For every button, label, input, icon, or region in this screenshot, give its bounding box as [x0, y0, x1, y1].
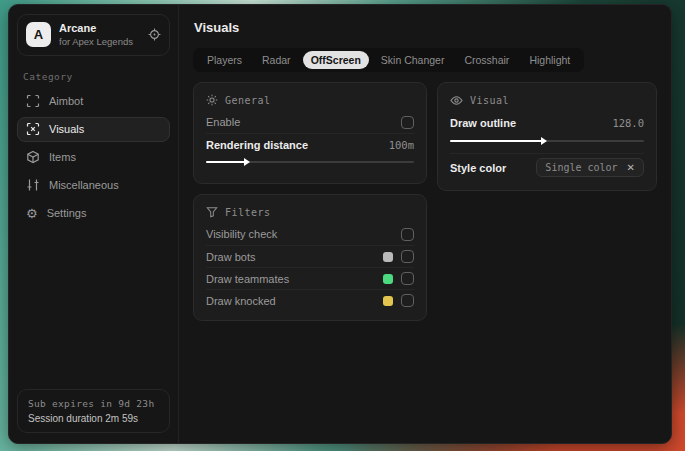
panel-title: Filters [225, 207, 271, 218]
draw-knocked-color-swatch[interactable] [383, 296, 393, 306]
session-duration-text: Session duration 2m 59s [28, 413, 159, 424]
panel-title: General [225, 95, 271, 106]
brand-logo: A [26, 22, 51, 47]
sidebar-item-label: Settings [47, 207, 87, 219]
tab-bar: Players Radar OffScreen Skin Changer Cro… [193, 48, 584, 72]
draw-bots-row: Draw bots [206, 245, 414, 267]
enable-row: Enable [206, 111, 414, 133]
tab-players[interactable]: Players [199, 51, 250, 69]
session-info-card: Sub expires in 9d 23h Session duration 2… [17, 389, 170, 433]
rendering-distance-label: Rendering distance [206, 139, 308, 151]
enable-label: Enable [206, 116, 240, 128]
clear-selection-icon[interactable]: ✕ [627, 163, 635, 173]
draw-outline-row: Draw outline 128.0 [450, 112, 644, 134]
funnel-icon [206, 206, 218, 218]
focus-scan-icon [26, 122, 40, 136]
sidebar-item-label: Items [49, 151, 76, 163]
cube-icon [26, 150, 40, 164]
style-color-selected-value: Single color [545, 162, 617, 173]
brand-subtitle: for Apex Legends [59, 36, 140, 48]
visibility-check-label: Visibility check [206, 228, 277, 240]
sidebar-item-settings[interactable]: ⚙ Settings [17, 201, 170, 226]
style-color-row: Style color Single color ✕ [450, 153, 644, 181]
tab-offscreen[interactable]: OffScreen [303, 51, 369, 69]
sidebar-item-items[interactable]: Items [17, 145, 170, 170]
brand-card: A Arcane for Apex Legends [17, 14, 170, 56]
draw-knocked-checkbox[interactable] [401, 294, 414, 307]
draw-teammates-row: Draw teammates [206, 267, 414, 289]
category-label: Category [23, 71, 164, 82]
eye-icon [450, 94, 463, 107]
main-content: Visuals Players Radar OffScreen Skin Cha… [179, 5, 671, 443]
tab-skin-changer[interactable]: Skin Changer [373, 51, 453, 69]
app-window: A Arcane for Apex Legends Category [8, 4, 672, 444]
page-title: Visuals [194, 20, 657, 35]
sidebar-item-label: Visuals [49, 123, 84, 135]
target-icon[interactable] [148, 28, 161, 41]
sidebar-item-visuals[interactable]: Visuals [17, 117, 170, 142]
slider-thumb[interactable] [541, 137, 547, 145]
slider-thumb[interactable] [244, 158, 250, 166]
sidebar: A Arcane for Apex Legends Category [9, 5, 179, 443]
rendering-distance-value: 100m [389, 139, 414, 151]
style-color-select[interactable]: Single color ✕ [536, 158, 644, 177]
filters-panel: Filters Visibility check Draw bots [193, 194, 427, 321]
sub-expiry-text: Sub expires in 9d 23h [28, 398, 159, 409]
draw-knocked-row: Draw knocked [206, 289, 414, 311]
gear-icon: ⚙ [26, 207, 38, 220]
style-color-label: Style color [450, 162, 506, 174]
brand-name: Arcane [59, 22, 140, 36]
tab-radar[interactable]: Radar [254, 51, 299, 69]
draw-teammates-color-swatch[interactable] [383, 274, 393, 284]
visual-panel: Visual Draw outline 128.0 [437, 82, 657, 191]
rendering-distance-row: Rendering distance 100m [206, 133, 414, 155]
sidebar-item-miscellaneous[interactable]: Miscellaneous [17, 173, 170, 198]
draw-teammates-checkbox[interactable] [401, 272, 414, 285]
draw-bots-checkbox[interactable] [401, 250, 414, 263]
sidebar-item-label: Aimbot [49, 95, 83, 107]
tab-highlight[interactable]: Highlight [521, 51, 578, 69]
draw-knocked-label: Draw knocked [206, 295, 276, 307]
sliders-icon [26, 178, 40, 192]
rendering-distance-slider[interactable] [206, 156, 414, 168]
draw-outline-label: Draw outline [450, 117, 516, 129]
desktop-background: A Arcane for Apex Legends Category [0, 0, 685, 451]
general-panel: General Enable Rendering distance 100m [193, 82, 427, 184]
sidebar-nav: Aimbot Visuals [17, 89, 170, 226]
tab-crosshair[interactable]: Crosshair [456, 51, 517, 69]
draw-bots-label: Draw bots [206, 251, 256, 263]
sidebar-item-aimbot[interactable]: Aimbot [17, 89, 170, 114]
sidebar-item-label: Miscellaneous [49, 179, 119, 191]
crosshair-icon [26, 94, 40, 108]
draw-teammates-label: Draw teammates [206, 273, 289, 285]
sun-icon [206, 94, 218, 106]
enable-checkbox[interactable] [401, 116, 414, 129]
panel-title: Visual [470, 95, 509, 106]
draw-outline-value: 128.0 [612, 117, 644, 129]
visibility-check-row: Visibility check [206, 223, 414, 245]
draw-outline-slider[interactable] [450, 135, 644, 147]
draw-bots-color-swatch[interactable] [383, 252, 393, 262]
visibility-check-checkbox[interactable] [401, 228, 414, 241]
